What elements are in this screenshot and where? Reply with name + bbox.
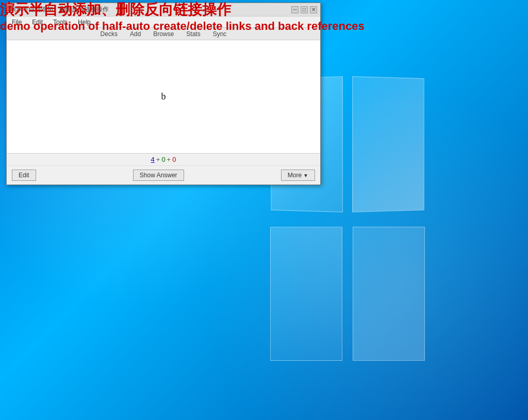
window-title: 演示半自动添加、删除反向链接操作 (10, 5, 109, 14)
nav-browse[interactable]: Browse (148, 29, 179, 39)
close-button[interactable]: ✕ (310, 6, 317, 13)
more-label: More (288, 172, 302, 179)
nav-add[interactable]: Add (125, 29, 146, 39)
more-dropdown-arrow: ▼ (303, 173, 308, 178)
menu-file[interactable]: File (9, 18, 25, 26)
win-pane-bl (270, 227, 342, 361)
maximize-button[interactable]: □ (301, 6, 308, 13)
edit-button[interactable]: Edit (12, 170, 36, 181)
anki-window: 演示半自动添加、删除反向链接操作 ─ □ ✕ File Edit Tools H… (6, 3, 321, 185)
stats-bar: 4 + 0 + 0 (7, 154, 320, 166)
menu-bar: File Edit Tools Help (7, 16, 320, 28)
stat-sep1: + (156, 156, 160, 163)
win-pane-br (353, 227, 425, 361)
title-bar: 演示半自动添加、删除反向链接操作 ─ □ ✕ (7, 3, 320, 16)
menu-tools[interactable]: Tools (50, 18, 71, 26)
stat-sep2: + (167, 156, 171, 163)
stat-red-count: 0 (172, 156, 176, 163)
stat-blue-count[interactable]: 4 (151, 156, 155, 163)
more-button[interactable]: More ▼ (281, 170, 315, 181)
nav-bar: Decks Add Browse Stats Sync (7, 28, 320, 40)
minimize-button[interactable]: ─ (291, 6, 299, 13)
win-pane-tr (352, 76, 424, 212)
nav-stats[interactable]: Stats (181, 29, 205, 39)
stat-green-count: 0 (161, 156, 165, 163)
title-bar-controls: ─ □ ✕ (291, 6, 317, 13)
show-answer-button[interactable]: Show Answer (133, 170, 184, 181)
nav-decks[interactable]: Decks (95, 29, 123, 39)
menu-help[interactable]: Help (75, 18, 94, 26)
card-content: b (161, 91, 166, 102)
nav-sync[interactable]: Sync (208, 29, 232, 39)
card-area: b (7, 40, 320, 154)
button-bar: Edit Show Answer More ▼ (7, 166, 320, 184)
menu-edit[interactable]: Edit (29, 18, 46, 26)
